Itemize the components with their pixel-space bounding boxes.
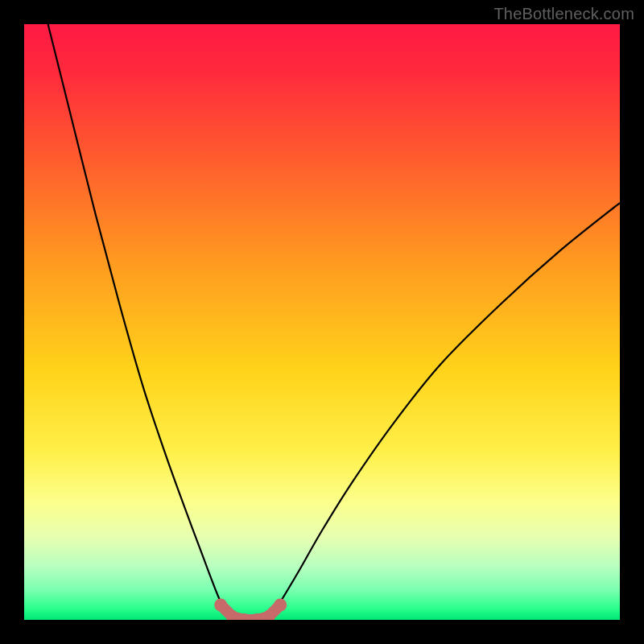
- valley-markers-group: [214, 599, 287, 621]
- chart-svg: [24, 24, 620, 620]
- chart-frame: TheBottleneck.com: [0, 0, 644, 644]
- watermark-text: TheBottleneck.com: [493, 5, 634, 23]
- right-curve-path: [268, 203, 620, 620]
- left-curve-path: [48, 24, 233, 620]
- valley-marker-dot: [214, 599, 227, 612]
- valley-marker-dot: [274, 599, 287, 612]
- plot-area: [24, 24, 620, 620]
